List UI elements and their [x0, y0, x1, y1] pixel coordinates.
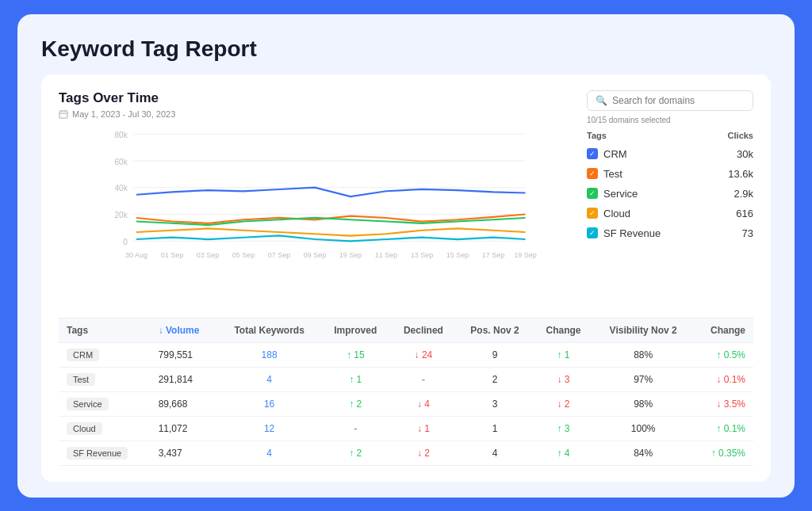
- cell-total-keywords-4: 4: [218, 440, 320, 465]
- domains-selected: 10/15 domains selected: [587, 116, 753, 124]
- svg-text:09 Sep: 09 Sep: [304, 250, 327, 258]
- svg-text:0: 0: [123, 237, 128, 246]
- checkbox-service[interactable]: ✓: [587, 188, 598, 199]
- legend-item-test[interactable]: ✓ Test 13.6k: [587, 168, 753, 180]
- cell-improved-1: ↑ 1: [320, 367, 390, 391]
- cell-change-0: ↑ 1: [533, 342, 593, 367]
- checkbox-crm[interactable]: ✓: [587, 148, 598, 159]
- legend-label-crm: CRM: [603, 148, 627, 160]
- svg-text:05 Sep: 05 Sep: [232, 250, 255, 258]
- legend-item-crm[interactable]: ✓ CRM 30k: [587, 148, 753, 160]
- search-box[interactable]: 🔍: [587, 90, 753, 111]
- legend-clicks-service: 2.9k: [733, 188, 753, 200]
- cell-change2-0: ↑ 0.5%: [693, 342, 753, 367]
- table-body: CRM 799,551 188 ↑ 15 ↓ 24 9 ↑ 1 88% ↑ 0.…: [59, 342, 753, 465]
- cell-declined-3: ↓ 1: [390, 416, 456, 440]
- cell-tag-1: Test: [59, 367, 151, 391]
- cell-change-4: ↑ 4: [533, 440, 593, 465]
- page-title: Keyword Tag Report: [41, 36, 771, 62]
- table-row: CRM 799,551 188 ↑ 15 ↓ 24 9 ↑ 1 88% ↑ 0.…: [59, 342, 753, 367]
- cell-change2-2: ↓ 3.5%: [693, 391, 753, 416]
- svg-text:03 Sep: 03 Sep: [197, 250, 220, 258]
- col-volume[interactable]: ↓ Volume: [151, 318, 218, 342]
- chart-area: Tags Over Time May 1, 2023 - Jul 30, 202…: [59, 90, 571, 307]
- cell-total-keywords-2: 16: [218, 391, 320, 416]
- table-row: SF Revenue 3,437 4 ↑ 2 ↓ 2 4 ↑ 4 84% ↑ 0…: [59, 440, 753, 465]
- table-row: Cloud 11,072 12 - ↓ 1 1 ↑ 3 100% ↑ 0.1%: [59, 416, 753, 440]
- cell-change2-3: ↑ 0.1%: [693, 416, 753, 440]
- legend-list: ✓ CRM 30k ✓ Test 13.6k ✓ Service 2.9k ✓ …: [587, 148, 753, 247]
- cell-improved-2: ↑ 2: [320, 391, 390, 416]
- legend-tags-label: Tags: [587, 131, 607, 140]
- col-declined: Declined: [390, 318, 456, 342]
- search-input[interactable]: [612, 95, 745, 106]
- col-change: Change: [533, 318, 593, 342]
- svg-text:07 Sep: 07 Sep: [268, 250, 291, 258]
- legend-item-service[interactable]: ✓ Service 2.9k: [587, 188, 753, 200]
- cell-pos-nov2-2: 3: [457, 391, 534, 416]
- checkbox-sf-revenue[interactable]: ✓: [587, 227, 598, 238]
- cell-total-keywords-0: 188: [218, 342, 320, 367]
- cell-improved-4: ↑ 2: [320, 440, 390, 465]
- legend-label-cloud: Cloud: [603, 208, 630, 219]
- legend-label-service: Service: [603, 188, 638, 200]
- cell-improved-3: -: [320, 416, 390, 440]
- inner-card: Tags Over Time May 1, 2023 - Jul 30, 202…: [41, 74, 771, 482]
- cell-volume-0: 799,551: [151, 342, 218, 367]
- cell-change2-4: ↑ 0.35%: [693, 440, 753, 465]
- table-row: Test 291,814 4 ↑ 1 - 2 ↓ 3 97% ↓ 0.1%: [59, 367, 753, 391]
- right-panel: 🔍 10/15 domains selected Tags Clicks ✓ C…: [587, 90, 753, 307]
- legend-item-sf-revenue[interactable]: ✓ SF Revenue 73: [587, 227, 753, 239]
- svg-text:40k: 40k: [114, 184, 128, 193]
- line-chart-svg: 80k 60k 40k 20k 0: [59, 125, 571, 268]
- cell-declined-0: ↓ 24: [390, 342, 456, 367]
- svg-text:19 Sep: 19 Sep: [339, 250, 362, 258]
- cell-visibility-4: 84%: [594, 440, 693, 465]
- legend-label-sf-revenue: SF Revenue: [603, 227, 661, 239]
- cell-pos-nov2-1: 2: [457, 367, 534, 391]
- svg-text:19 Sep: 19 Sep: [514, 250, 537, 258]
- cell-tag-2: Service: [59, 391, 151, 416]
- legend-header: Tags Clicks: [587, 131, 753, 143]
- cell-change-2: ↓ 2: [533, 391, 593, 416]
- table-section: Tags ↓ Volume Total Keywords Improved De…: [59, 318, 753, 466]
- svg-text:80k: 80k: [114, 130, 128, 139]
- svg-text:01 Sep: 01 Sep: [161, 250, 184, 258]
- cell-volume-4: 3,437: [151, 440, 218, 465]
- top-section: Tags Over Time May 1, 2023 - Jul 30, 202…: [59, 90, 753, 307]
- svg-text:20k: 20k: [114, 211, 128, 219]
- calendar-icon: [59, 109, 68, 119]
- col-pos-nov2: Pos. Nov 2: [457, 318, 534, 342]
- cell-change-3: ↑ 3: [533, 416, 593, 440]
- col-improved: Improved: [320, 318, 390, 342]
- cell-volume-3: 11,072: [151, 416, 218, 440]
- cell-tag-3: Cloud: [59, 416, 151, 440]
- legend-clicks-test: 13.6k: [728, 168, 753, 180]
- col-visibility-nov2: Visibility Nov 2: [594, 318, 693, 342]
- col-tags: Tags: [59, 318, 151, 342]
- legend-clicks-label: Clicks: [728, 131, 753, 140]
- cell-volume-1: 291,814: [151, 367, 218, 391]
- svg-text:15 Sep: 15 Sep: [446, 250, 469, 258]
- checkbox-cloud[interactable]: ✓: [587, 208, 598, 219]
- cell-visibility-2: 98%: [594, 391, 693, 416]
- search-icon: 🔍: [596, 95, 607, 106]
- chart-subtitle: May 1, 2023 - Jul 30, 2023: [59, 109, 571, 119]
- checkbox-test[interactable]: ✓: [587, 168, 598, 179]
- chart-container: 80k 60k 40k 20k 0: [59, 125, 571, 268]
- col-change2: Change: [693, 318, 753, 342]
- cell-improved-0: ↑ 15: [320, 342, 390, 367]
- data-table: Tags ↓ Volume Total Keywords Improved De…: [59, 318, 753, 466]
- table-header-row: Tags ↓ Volume Total Keywords Improved De…: [59, 318, 753, 342]
- legend-label-test: Test: [603, 168, 622, 180]
- svg-text:30 Aug: 30 Aug: [125, 250, 147, 258]
- chart-title: Tags Over Time: [59, 90, 571, 106]
- cell-total-keywords-3: 12: [218, 416, 320, 440]
- cell-visibility-3: 100%: [594, 416, 693, 440]
- svg-text:60k: 60k: [114, 157, 128, 166]
- legend-item-cloud[interactable]: ✓ Cloud 616: [587, 208, 753, 219]
- outer-card: Keyword Tag Report Tags Over Time May 1,…: [17, 14, 795, 498]
- cell-declined-4: ↓ 2: [390, 440, 456, 465]
- cell-visibility-1: 97%: [594, 367, 693, 391]
- cell-change2-1: ↓ 0.1%: [693, 367, 753, 391]
